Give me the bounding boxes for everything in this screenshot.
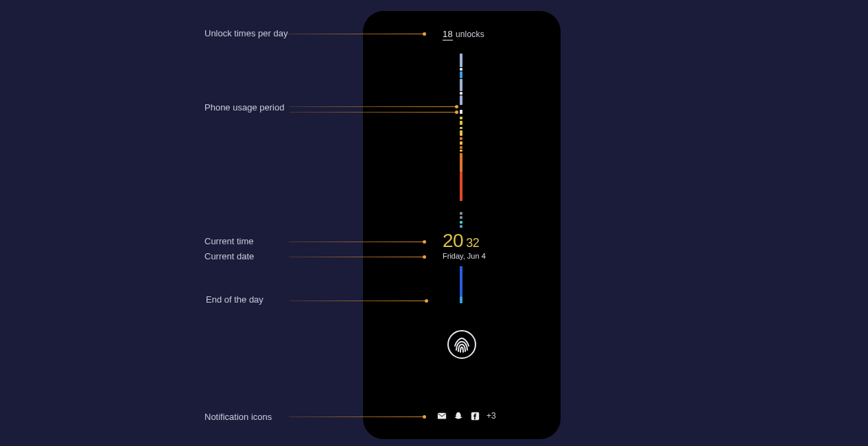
clock-hours: 20 xyxy=(443,230,463,251)
label-unlock-times: Unlock times per day xyxy=(204,28,288,38)
fingerprint-icon[interactable] xyxy=(447,329,477,360)
notification-extra-count[interactable]: +3 xyxy=(486,411,496,421)
label-end-of-day: End of the day xyxy=(206,294,263,305)
pointer-date xyxy=(289,257,424,257)
clock-minutes: 32 xyxy=(466,236,479,250)
pointer-usage-2 xyxy=(290,112,456,113)
snapchat-icon[interactable] xyxy=(454,411,463,421)
unlock-count-word: unlocks xyxy=(456,30,484,39)
pointer-time xyxy=(289,242,424,242)
label-usage-period: Phone usage period xyxy=(204,102,284,113)
date: Friday, Jun 4 xyxy=(443,252,486,260)
pointer-notifications xyxy=(289,416,424,417)
label-current-time: Current time xyxy=(204,236,254,246)
mail-icon[interactable] xyxy=(437,411,447,421)
unlock-count: 18unlocks xyxy=(443,29,484,39)
svg-rect-1 xyxy=(438,413,446,419)
pointer-unlocks xyxy=(286,34,424,34)
label-current-date: Current date xyxy=(204,251,254,261)
unlock-count-number: 18 xyxy=(443,29,453,40)
notification-row: +3 xyxy=(437,411,496,421)
facebook-icon[interactable] xyxy=(470,411,480,421)
pointer-usage-1 xyxy=(290,106,456,107)
clock: 2032 xyxy=(443,231,479,250)
pointer-end-of-day xyxy=(290,301,426,301)
label-notifications: Notification icons xyxy=(204,412,272,422)
